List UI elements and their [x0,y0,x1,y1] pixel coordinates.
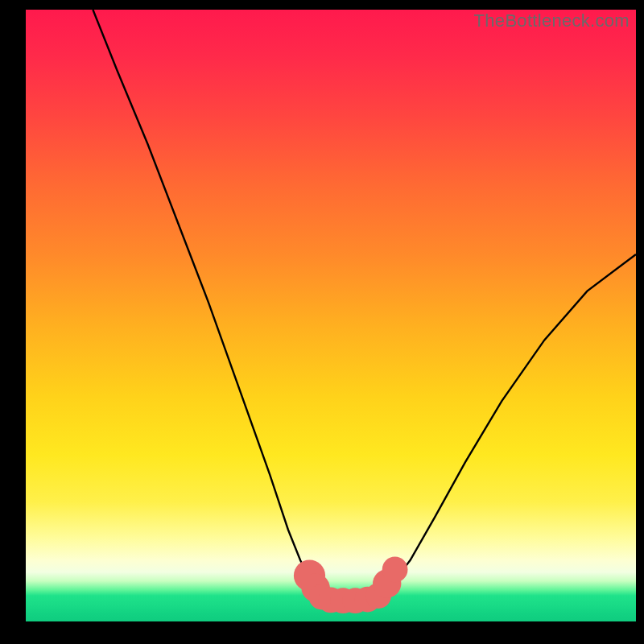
salmon-node [382,557,408,583]
curve-layer [26,10,636,621]
watermark-text: TheBottleneck.com [474,10,630,31]
chart-stage: TheBottleneck.com [0,0,644,644]
plot-area [26,10,636,621]
right-branch [382,254,636,597]
left-branch [93,10,321,597]
salmon-highlight-group [294,557,408,614]
bottleneck-curve [93,10,636,601]
